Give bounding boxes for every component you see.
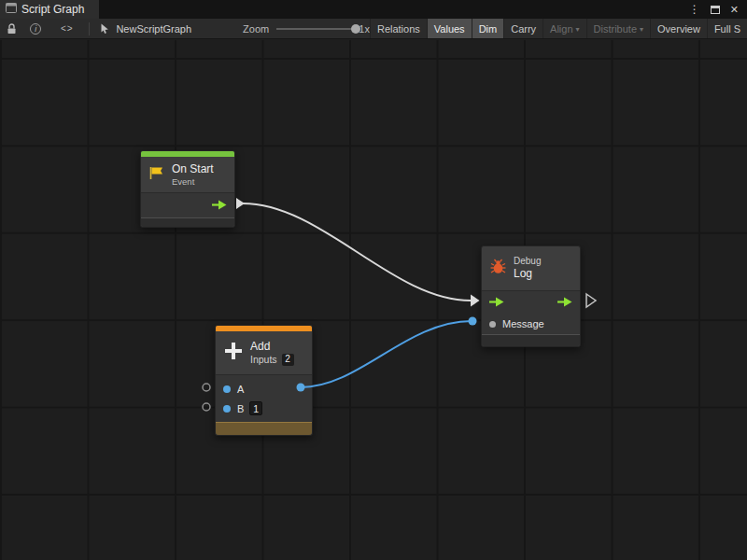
message-wire-endpoint[interactable]	[469, 317, 477, 326]
log-flow-output-external-connector[interactable]	[586, 294, 596, 307]
message-port-dot[interactable]	[489, 321, 496, 328]
code-icon[interactable]: <>	[59, 19, 76, 38]
values-button[interactable]: Values	[427, 19, 472, 38]
zoom-slider[interactable]	[276, 22, 354, 35]
graph-toolbar: i <> NewScriptGraph Zoom 1x Relations Va…	[0, 19, 747, 39]
title-bar: Script Graph ⋮ ✕	[0, 0, 747, 19]
dim-button[interactable]: Dim	[472, 19, 504, 38]
port-b-label: B	[237, 403, 244, 414]
port-b-dot[interactable]	[223, 405, 231, 413]
toolbar-buttons: Relations Values Dim Carry Align▾ Distri…	[370, 19, 747, 38]
on-start-subtitle: Event	[172, 176, 214, 188]
window-menu-icon[interactable]: ⋮	[689, 4, 700, 15]
on-start-trigger-row	[141, 193, 234, 217]
wire-value-add-to-message[interactable]	[301, 321, 472, 387]
on-start-footer	[141, 217, 234, 227]
add-sum-output-port[interactable]	[297, 384, 305, 392]
window-controls: ⋮ ✕	[689, 0, 747, 19]
add-inputs-count[interactable]: 2	[282, 354, 294, 366]
node-debug-log[interactable]: Debug Log Message	[481, 245, 581, 347]
debug-log-footer	[482, 334, 580, 346]
debug-log-surtitle: Debug	[514, 256, 541, 268]
graph-name[interactable]: NewScriptGraph	[100, 23, 191, 35]
trigger-arrow-icon[interactable]	[212, 197, 227, 214]
zoom-label: Zoom	[243, 23, 269, 35]
flag-icon	[148, 166, 165, 184]
close-icon[interactable]: ✕	[730, 5, 739, 15]
add-port-b-external-connector[interactable]	[203, 403, 210, 411]
align-button[interactable]: Align▾	[543, 19, 585, 38]
script-graph-icon	[6, 3, 17, 16]
distribute-button[interactable]: Distribute▾	[586, 19, 650, 38]
node-on-start[interactable]: On Start Event	[140, 150, 235, 228]
maximize-icon[interactable]	[711, 6, 720, 14]
zoom-slider-handle[interactable]	[351, 24, 360, 34]
pointer-icon	[100, 23, 110, 35]
message-port-label: Message	[502, 318, 544, 329]
caret-down-icon: ▾	[576, 25, 580, 34]
port-a-dot[interactable]	[223, 385, 231, 393]
graph-canvas[interactable]: On Start Event	[0, 40, 747, 560]
plus-icon	[223, 341, 244, 365]
add-footer[interactable]	[216, 422, 312, 435]
debug-log-title: Log	[514, 267, 541, 281]
add-port-a-external-connector[interactable]	[203, 384, 210, 391]
on-start-title: On Start	[172, 162, 214, 176]
carry-button[interactable]: Carry	[503, 19, 543, 38]
relations-button[interactable]: Relations	[370, 19, 427, 38]
on-start-flow-output-port[interactable]	[236, 198, 245, 209]
bug-icon	[489, 259, 507, 278]
tab-script-graph[interactable]: Script Graph	[0, 0, 99, 19]
log-message-row: Message	[482, 314, 580, 334]
fullscreen-button[interactable]: Full S	[707, 19, 747, 38]
zoom-value: 1x	[359, 23, 370, 35]
log-flow-input-port[interactable]	[471, 295, 480, 307]
add-port-b-row: B 1	[216, 399, 312, 418]
wire-flow-onstart-to-log[interactable]	[243, 203, 471, 301]
node-add[interactable]: Add Inputs 2 A B 1	[215, 325, 313, 436]
log-trigger-row	[482, 291, 580, 314]
port-a-label: A	[237, 384, 244, 395]
add-title: Add	[250, 340, 294, 354]
lock-icon[interactable]	[4, 19, 21, 38]
wires-layer	[0, 40, 747, 560]
caret-down-icon: ▾	[640, 25, 643, 34]
info-icon[interactable]: i	[28, 19, 45, 38]
trigger-out-arrow-icon[interactable]	[557, 294, 572, 311]
trigger-in-arrow-icon[interactable]	[489, 294, 504, 311]
add-inputs-label: Inputs	[250, 354, 277, 366]
zoom-slider-track[interactable]	[276, 28, 354, 30]
overview-button[interactable]: Overview	[650, 19, 707, 38]
toolbar-divider	[89, 22, 90, 35]
tab-title: Script Graph	[21, 3, 84, 16]
port-b-value-input[interactable]: 1	[249, 401, 262, 415]
